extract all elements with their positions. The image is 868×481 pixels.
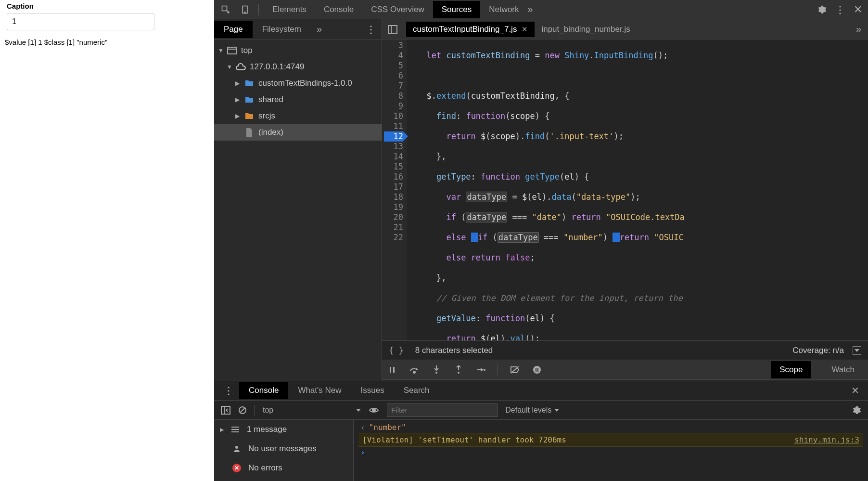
console-filter-input[interactable] (387, 403, 498, 417)
more-file-tabs-icon[interactable]: » (849, 24, 868, 35)
tree-label: srcjs (258, 111, 275, 121)
drawer-tab-whatsnew[interactable]: What's New (288, 382, 351, 399)
context-selector[interactable]: top (263, 406, 273, 415)
close-devtools-icon[interactable]: ✕ (854, 3, 862, 16)
console-prompt[interactable]: › (358, 447, 863, 458)
src-tab-page[interactable]: Page (214, 21, 253, 38)
caption-input[interactable] (7, 13, 154, 30)
app-pane: Caption $value [1] 1 $class [1] "numeric… (0, 0, 214, 481)
clear-console-icon[interactable] (238, 406, 247, 415)
kebab-icon[interactable]: ⋮ (835, 4, 845, 15)
console-toolbar: top Default levels (214, 401, 868, 420)
sidebar-user-messages[interactable]: No user messages (214, 439, 353, 458)
tree-host-label: 127.0.0.1:4749 (250, 62, 304, 72)
more-src-tabs-icon[interactable]: » (311, 24, 328, 35)
svg-rect-15 (536, 368, 536, 372)
close-icon[interactable]: ✕ (522, 25, 528, 34)
caption-label: Caption (0, 0, 214, 13)
svg-point-12 (484, 369, 485, 371)
tab-network[interactable]: Network (480, 1, 527, 18)
sidebar-errors[interactable]: ✕ No errors (214, 458, 353, 478)
tree-label: (index) (258, 128, 283, 137)
tab-sources[interactable]: Sources (433, 1, 480, 18)
close-drawer-icon[interactable]: ✕ (846, 385, 864, 396)
tree-file-index[interactable]: (index) (214, 124, 382, 141)
file-tab-label: input_binding_number.js (541, 25, 630, 34)
coverage-dropdown-icon[interactable] (853, 346, 861, 355)
svg-point-10 (435, 372, 437, 374)
list-icon (230, 425, 240, 434)
svg-point-21 (372, 409, 375, 412)
file-tree: ▼ top ▼ 127.0.0.1:4749 ▶ customTextBindi… (214, 39, 382, 380)
file-tab-label: customTextInputBinding_7.js (413, 25, 517, 34)
device-icon[interactable] (239, 4, 251, 15)
pause-exceptions-icon[interactable] (532, 364, 542, 375)
svg-rect-7 (390, 367, 391, 373)
tree-folder-0[interactable]: ▶ customTextBindings-1.0.0 (214, 75, 382, 91)
error-icon: ✕ (232, 463, 242, 473)
src-tab-filesystem[interactable]: Filesystem (253, 21, 311, 38)
user-icon (232, 444, 242, 454)
tab-elements[interactable]: Elements (264, 1, 315, 18)
tree-folder-2[interactable]: ▶ srcjs (214, 108, 382, 124)
svg-line-20 (240, 408, 245, 413)
debugger-toolbar: Scope Watch (382, 360, 868, 380)
violation-source-link[interactable]: shiny.min.js:3 (794, 435, 859, 444)
drawer-tab-issues[interactable]: Issues (351, 382, 394, 399)
tree-host[interactable]: ▼ 127.0.0.1:4749 (214, 59, 382, 75)
tab-cssoverview[interactable]: CSS Overview (362, 1, 433, 18)
drawer-tab-search[interactable]: Search (394, 382, 439, 399)
svg-rect-8 (393, 367, 395, 373)
toggle-nav-icon[interactable] (387, 24, 398, 35)
cloud-icon (235, 63, 246, 71)
more-tabs-icon[interactable]: » (528, 4, 533, 15)
sources-navigator: Page Filesystem » ⋮ ▼ top ▼ 127.0.0.1:47… (214, 19, 382, 380)
toggle-sidebar-icon[interactable] (221, 406, 230, 415)
coverage-status: Coverage: n/a (792, 346, 844, 355)
code-gutter[interactable]: 345 678 91011 121314 151617 181920 2122 (382, 39, 407, 340)
drawer-tab-console[interactable]: Console (239, 382, 288, 399)
tree-top[interactable]: ▼ top (214, 42, 382, 59)
step-into-icon[interactable] (431, 364, 442, 375)
console-output[interactable]: ‹ "number" [Violation] 'setTimeout' hand… (354, 420, 868, 481)
folder-icon (244, 79, 255, 88)
divider (498, 364, 498, 375)
echo-output: $value [1] 1 $class [1] "numeric" (0, 35, 214, 49)
pretty-print-icon[interactable]: { } (389, 346, 404, 355)
tree-label: shared (258, 95, 283, 104)
levels-selector[interactable]: Default levels (505, 406, 559, 415)
code-body[interactable]: let customTextBinding = new Shiny.InputB… (407, 39, 868, 340)
step-icon[interactable] (475, 364, 486, 375)
console-reply: ‹ "number" (358, 422, 863, 433)
tab-console[interactable]: Console (315, 1, 362, 18)
pause-icon[interactable] (387, 364, 397, 375)
tree-label: customTextBindings-1.0.0 (258, 78, 352, 88)
settings-icon[interactable] (818, 5, 827, 14)
chevron-down-icon[interactable] (356, 409, 361, 412)
src-kebab-icon[interactable]: ⋮ (360, 24, 382, 35)
editor-statusbar: { } 8 characters selected Coverage: n/a (382, 340, 868, 360)
selection-status: 8 characters selected (415, 346, 493, 355)
svg-point-11 (458, 372, 460, 374)
file-icon (244, 128, 255, 137)
inspect-icon[interactable] (220, 4, 231, 15)
tree-folder-1[interactable]: ▶ shared (214, 91, 382, 108)
live-expr-icon[interactable] (369, 406, 379, 414)
deactivate-bp-icon[interactable] (510, 364, 520, 375)
drawer-kebab-icon[interactable]: ⋮ (218, 385, 239, 396)
devtools-top-tabbar: Elements Console CSS Overview Sources Ne… (214, 0, 868, 19)
svg-point-9 (413, 371, 415, 373)
console-settings-icon[interactable] (853, 406, 861, 415)
svg-point-25 (235, 446, 238, 449)
sidebar-messages[interactable]: ▶ 1 message (214, 420, 353, 439)
file-tab-active[interactable]: customTextInputBinding_7.js ✕ (406, 22, 535, 37)
svg-rect-5 (388, 26, 397, 33)
step-out-icon[interactable] (453, 364, 464, 375)
dbg-tab-scope[interactable]: Scope (771, 361, 811, 378)
svg-rect-16 (537, 368, 538, 372)
window-icon (227, 46, 237, 55)
step-over-icon[interactable] (409, 364, 420, 375)
dbg-tab-watch[interactable]: Watch (823, 361, 863, 378)
svg-rect-23 (231, 429, 239, 430)
file-tab-other[interactable]: input_binding_number.js (535, 22, 637, 37)
